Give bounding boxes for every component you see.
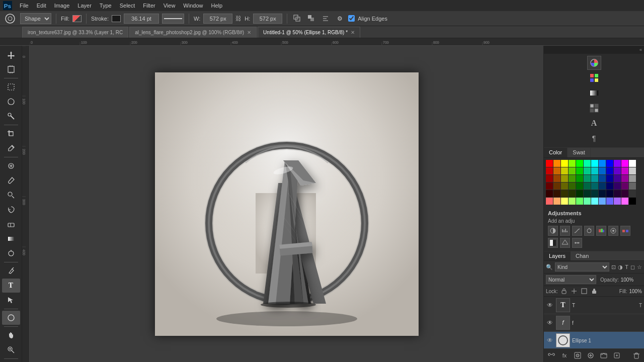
- swatch[interactable]: [546, 198, 553, 205]
- tab-2[interactable]: al_lens_flare_photoshop2.jpg @ 100% (RGB…: [129, 27, 257, 38]
- gradients-icon[interactable]: [587, 86, 601, 100]
- swatch[interactable]: [576, 183, 583, 190]
- vibrance-icon[interactable]: [596, 226, 606, 236]
- exposure-icon[interactable]: [584, 226, 594, 236]
- swatch[interactable]: [546, 167, 553, 174]
- lock-position-icon[interactable]: [570, 287, 578, 295]
- settings-icon[interactable]: ⚙: [334, 13, 345, 24]
- swatch[interactable]: [569, 183, 576, 190]
- eyedropper-tool[interactable]: [2, 141, 20, 155]
- swatch[interactable]: [561, 198, 568, 205]
- lock-artboard-icon[interactable]: [580, 287, 588, 295]
- swatch[interactable]: [606, 175, 613, 182]
- swatch[interactable]: [606, 183, 613, 190]
- add-mask-button[interactable]: [572, 350, 583, 360]
- tab-3[interactable]: Untitled-1 @ 50% (Ellipse 1, RGB/8) * ✕: [258, 27, 360, 38]
- dodge-tool[interactable]: [2, 246, 20, 260]
- swatch[interactable]: [606, 190, 613, 197]
- kind-type-icon[interactable]: T: [625, 264, 628, 270]
- photo-filter-icon[interactable]: [560, 238, 570, 248]
- swatch[interactable]: [606, 160, 613, 167]
- swatch[interactable]: [614, 190, 621, 197]
- eraser-tool[interactable]: [2, 217, 20, 231]
- lasso-tool[interactable]: [2, 95, 20, 109]
- delete-layer-button[interactable]: [631, 350, 642, 360]
- black-white-icon[interactable]: [548, 238, 558, 248]
- swatch[interactable]: [614, 160, 621, 167]
- swatch[interactable]: [553, 160, 560, 167]
- swatch[interactable]: [584, 167, 591, 174]
- stroke-size-input[interactable]: [124, 14, 159, 24]
- swatch[interactable]: [584, 175, 591, 182]
- layer-visibility-icon[interactable]: 👁: [546, 302, 554, 309]
- swatch[interactable]: [569, 190, 576, 197]
- move-tool[interactable]: [2, 48, 20, 62]
- kind-pixel-icon[interactable]: ⊡: [611, 264, 616, 270]
- layers-kind-select[interactable]: Kind Name Effect Mode: [555, 262, 609, 272]
- swatches-icon[interactable]: [587, 71, 601, 85]
- layer-visibility-icon-3[interactable]: 👁: [546, 337, 554, 344]
- swatch[interactable]: [553, 198, 560, 205]
- swatch[interactable]: [576, 190, 583, 197]
- menu-window[interactable]: Window: [180, 2, 206, 10]
- swatch[interactable]: [553, 167, 560, 174]
- swatch[interactable]: [584, 183, 591, 190]
- magic-wand-tool[interactable]: [2, 109, 20, 123]
- history-brush-tool[interactable]: [2, 203, 20, 217]
- swatch[interactable]: [621, 183, 628, 190]
- swatch[interactable]: [606, 198, 613, 205]
- lock-pixels-icon[interactable]: [560, 287, 568, 295]
- swatch[interactable]: [629, 160, 636, 167]
- crop-tool[interactable]: [2, 127, 20, 141]
- menu-layer[interactable]: Layer: [74, 2, 95, 10]
- swatch[interactable]: [599, 190, 606, 197]
- swatch[interactable]: [599, 175, 606, 182]
- swatch[interactable]: [614, 183, 621, 190]
- curves-icon[interactable]: [572, 226, 582, 236]
- swatch[interactable]: [561, 167, 568, 174]
- layer-item-text[interactable]: 👁 T T T: [544, 297, 644, 314]
- swatch[interactable]: [591, 167, 598, 174]
- swatch[interactable]: [576, 167, 583, 174]
- zoom-tool[interactable]: [2, 343, 20, 357]
- swatch[interactable]: [591, 183, 598, 190]
- swatches-tab[interactable]: Swat: [568, 148, 590, 157]
- hsl-icon[interactable]: [608, 226, 618, 236]
- swatch[interactable]: [606, 167, 613, 174]
- swatch[interactable]: [621, 167, 628, 174]
- swatch[interactable]: [569, 167, 576, 174]
- add-style-button[interactable]: fx: [559, 350, 570, 360]
- stroke-style-preview[interactable]: [162, 14, 184, 24]
- swatch[interactable]: [614, 167, 621, 174]
- swatch[interactable]: [553, 175, 560, 182]
- swatch[interactable]: [621, 175, 628, 182]
- swatch[interactable]: [561, 175, 568, 182]
- swatch[interactable]: [576, 175, 583, 182]
- swatch[interactable]: [553, 183, 560, 190]
- menu-type[interactable]: Type: [96, 2, 115, 10]
- menu-image[interactable]: Image: [51, 2, 73, 10]
- fill-swatch-area[interactable]: [72, 15, 82, 22]
- layer-item-fx[interactable]: 👁 f f: [544, 314, 644, 332]
- tab-3-close[interactable]: ✕: [351, 30, 355, 35]
- marquee-tool[interactable]: [2, 80, 20, 94]
- tool-mode-select[interactable]: Shape Path Pixels: [20, 13, 51, 24]
- swatch[interactable]: [591, 160, 598, 167]
- clone-tool[interactable]: [2, 188, 20, 202]
- color-balance-icon[interactable]: [620, 226, 630, 236]
- path-ops-icon[interactable]: [306, 13, 317, 24]
- height-input[interactable]: [253, 14, 282, 24]
- swatch[interactable]: [599, 183, 606, 190]
- canvas[interactable]: [155, 72, 419, 336]
- text-icon[interactable]: A: [587, 116, 601, 130]
- channel-mixer-icon[interactable]: [572, 238, 582, 248]
- swatch[interactable]: [546, 190, 553, 197]
- lock-all-icon[interactable]: [590, 287, 598, 295]
- path-select-tool[interactable]: [2, 293, 20, 307]
- swatch[interactable]: [591, 198, 598, 205]
- swatch[interactable]: [553, 190, 560, 197]
- new-fill-adjustment-button[interactable]: [585, 350, 596, 360]
- tab-1[interactable]: iron_texture637.jpg @ 33.3% (Layer 1, RC: [22, 27, 128, 38]
- patterns-icon[interactable]: [587, 101, 601, 115]
- tab-2-close[interactable]: ✕: [247, 30, 251, 35]
